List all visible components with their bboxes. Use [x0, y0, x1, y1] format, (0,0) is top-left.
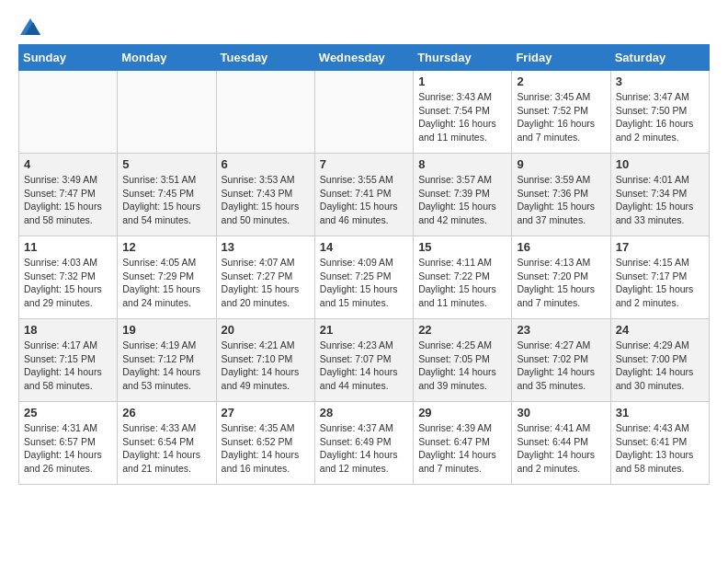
day-number: 6 [222, 157, 310, 171]
day-info: Sunrise: 4:41 AM Sunset: 6:44 PM Dayligh… [517, 421, 605, 476]
calendar-cell: 5Sunrise: 3:51 AM Sunset: 7:45 PM Daylig… [118, 154, 216, 236]
day-info: Sunrise: 4:07 AM Sunset: 7:27 PM Dayligh… [222, 256, 310, 310]
day-number: 24 [616, 323, 704, 337]
day-info: Sunrise: 4:43 AM Sunset: 6:41 PM Dayligh… [616, 421, 704, 476]
calendar-cell: 3Sunrise: 3:47 AM Sunset: 7:50 PM Daylig… [610, 71, 709, 154]
day-info: Sunrise: 4:25 AM Sunset: 7:05 PM Dayligh… [418, 339, 506, 393]
day-number: 27 [222, 406, 310, 419]
calendar-cell: 12Sunrise: 4:05 AM Sunset: 7:29 PM Dayli… [118, 236, 216, 319]
day-number: 12 [122, 240, 210, 254]
calendar-cell: 15Sunrise: 4:11 AM Sunset: 7:22 PM Dayli… [414, 236, 512, 319]
calendar-cell: 9Sunrise: 3:59 AM Sunset: 7:36 PM Daylig… [512, 154, 610, 236]
day-number: 8 [418, 157, 506, 171]
header-day-wednesday: Wednesday [314, 45, 413, 71]
header-day-tuesday: Tuesday [216, 45, 314, 71]
day-info: Sunrise: 3:45 AM Sunset: 7:52 PM Dayligh… [517, 90, 605, 144]
day-number: 21 [320, 323, 408, 337]
day-info: Sunrise: 3:57 AM Sunset: 7:39 PM Dayligh… [418, 173, 506, 227]
day-info: Sunrise: 4:01 AM Sunset: 7:34 PM Dayligh… [616, 173, 704, 227]
calendar-cell: 24Sunrise: 4:29 AM Sunset: 7:00 PM Dayli… [610, 319, 709, 402]
day-info: Sunrise: 3:49 AM Sunset: 7:47 PM Dayligh… [24, 173, 112, 227]
calendar-cell: 7Sunrise: 3:55 AM Sunset: 7:41 PM Daylig… [314, 154, 413, 236]
day-info: Sunrise: 3:53 AM Sunset: 7:43 PM Dayligh… [222, 173, 310, 227]
calendar-cell: 2Sunrise: 3:45 AM Sunset: 7:52 PM Daylig… [512, 71, 610, 154]
day-number: 25 [24, 406, 112, 419]
day-number: 23 [517, 323, 605, 337]
calendar-cell: 26Sunrise: 4:33 AM Sunset: 6:54 PM Dayli… [118, 402, 216, 485]
day-info: Sunrise: 3:51 AM Sunset: 7:45 PM Dayligh… [122, 173, 210, 227]
day-info: Sunrise: 4:21 AM Sunset: 7:10 PM Dayligh… [222, 339, 310, 393]
day-info: Sunrise: 3:47 AM Sunset: 7:50 PM Dayligh… [616, 90, 704, 144]
day-number: 10 [616, 157, 704, 171]
calendar-cell: 1Sunrise: 3:43 AM Sunset: 7:54 PM Daylig… [414, 71, 512, 154]
day-number: 5 [122, 157, 210, 171]
header-day-thursday: Thursday [414, 45, 512, 71]
day-info: Sunrise: 4:39 AM Sunset: 6:47 PM Dayligh… [418, 421, 506, 476]
day-number: 14 [320, 240, 408, 254]
day-number: 29 [418, 406, 506, 419]
day-info: Sunrise: 4:27 AM Sunset: 7:02 PM Dayligh… [517, 339, 605, 393]
day-number: 9 [517, 157, 605, 171]
day-info: Sunrise: 4:29 AM Sunset: 7:00 PM Dayligh… [616, 339, 704, 393]
calendar-cell: 16Sunrise: 4:13 AM Sunset: 7:20 PM Dayli… [512, 236, 610, 319]
day-number: 19 [122, 323, 210, 337]
header-day-sunday: Sunday [19, 45, 118, 71]
calendar-cell: 13Sunrise: 4:07 AM Sunset: 7:27 PM Dayli… [216, 236, 314, 319]
logo-icon [20, 18, 40, 35]
day-info: Sunrise: 4:13 AM Sunset: 7:20 PM Dayligh… [517, 256, 605, 310]
day-number: 28 [320, 406, 408, 419]
day-number: 15 [418, 240, 506, 254]
day-info: Sunrise: 4:03 AM Sunset: 7:32 PM Dayligh… [24, 256, 112, 310]
calendar-cell [216, 71, 314, 154]
day-info: Sunrise: 4:17 AM Sunset: 7:15 PM Dayligh… [24, 339, 112, 393]
header-row: SundayMondayTuesdayWednesdayThursdayFrid… [19, 45, 710, 71]
day-info: Sunrise: 4:09 AM Sunset: 7:25 PM Dayligh… [320, 256, 408, 310]
day-number: 26 [122, 406, 210, 419]
calendar-cell: 6Sunrise: 3:53 AM Sunset: 7:43 PM Daylig… [216, 154, 314, 236]
header-day-friday: Friday [512, 45, 610, 71]
day-info: Sunrise: 3:59 AM Sunset: 7:36 PM Dayligh… [517, 173, 605, 227]
day-info: Sunrise: 4:23 AM Sunset: 7:07 PM Dayligh… [320, 339, 408, 393]
day-number: 4 [24, 157, 112, 171]
day-info: Sunrise: 4:35 AM Sunset: 6:52 PM Dayligh… [222, 421, 310, 476]
day-info: Sunrise: 4:19 AM Sunset: 7:12 PM Dayligh… [122, 339, 210, 393]
day-number: 31 [616, 406, 704, 419]
header-day-monday: Monday [118, 45, 216, 71]
calendar-cell: 25Sunrise: 4:31 AM Sunset: 6:57 PM Dayli… [19, 402, 118, 485]
day-number: 20 [222, 323, 310, 337]
page-header [18, 18, 710, 35]
day-info: Sunrise: 4:15 AM Sunset: 7:17 PM Dayligh… [616, 256, 704, 310]
calendar-cell [314, 71, 413, 154]
day-info: Sunrise: 3:43 AM Sunset: 7:54 PM Dayligh… [418, 90, 506, 144]
calendar-cell: 20Sunrise: 4:21 AM Sunset: 7:10 PM Dayli… [216, 319, 314, 402]
day-info: Sunrise: 4:31 AM Sunset: 6:57 PM Dayligh… [24, 421, 112, 476]
calendar-table: SundayMondayTuesdayWednesdayThursdayFrid… [18, 44, 710, 485]
week-row-3: 11Sunrise: 4:03 AM Sunset: 7:32 PM Dayli… [19, 236, 710, 319]
day-number: 13 [222, 240, 310, 254]
week-row-5: 25Sunrise: 4:31 AM Sunset: 6:57 PM Dayli… [19, 402, 710, 485]
calendar-cell: 29Sunrise: 4:39 AM Sunset: 6:47 PM Dayli… [414, 402, 512, 485]
header-day-saturday: Saturday [610, 45, 709, 71]
day-number: 17 [616, 240, 704, 254]
week-row-1: 1Sunrise: 3:43 AM Sunset: 7:54 PM Daylig… [19, 71, 710, 154]
day-number: 2 [517, 75, 605, 88]
calendar-cell: 17Sunrise: 4:15 AM Sunset: 7:17 PM Dayli… [610, 236, 709, 319]
calendar-cell: 30Sunrise: 4:41 AM Sunset: 6:44 PM Dayli… [512, 402, 610, 485]
calendar-cell: 18Sunrise: 4:17 AM Sunset: 7:15 PM Dayli… [19, 319, 118, 402]
calendar-cell: 11Sunrise: 4:03 AM Sunset: 7:32 PM Dayli… [19, 236, 118, 319]
day-info: Sunrise: 4:11 AM Sunset: 7:22 PM Dayligh… [418, 256, 506, 310]
calendar-cell [19, 71, 118, 154]
day-number: 16 [517, 240, 605, 254]
week-row-2: 4Sunrise: 3:49 AM Sunset: 7:47 PM Daylig… [19, 154, 710, 236]
calendar-cell: 19Sunrise: 4:19 AM Sunset: 7:12 PM Dayli… [118, 319, 216, 402]
calendar-cell: 23Sunrise: 4:27 AM Sunset: 7:02 PM Dayli… [512, 319, 610, 402]
calendar-cell: 27Sunrise: 4:35 AM Sunset: 6:52 PM Dayli… [216, 402, 314, 485]
day-number: 7 [320, 157, 408, 171]
calendar-cell: 28Sunrise: 4:37 AM Sunset: 6:49 PM Dayli… [314, 402, 413, 485]
calendar-cell: 14Sunrise: 4:09 AM Sunset: 7:25 PM Dayli… [314, 236, 413, 319]
calendar-cell: 8Sunrise: 3:57 AM Sunset: 7:39 PM Daylig… [414, 154, 512, 236]
day-number: 22 [418, 323, 506, 337]
day-info: Sunrise: 4:05 AM Sunset: 7:29 PM Dayligh… [122, 256, 210, 310]
day-info: Sunrise: 4:37 AM Sunset: 6:49 PM Dayligh… [320, 421, 408, 476]
calendar-cell [118, 71, 216, 154]
